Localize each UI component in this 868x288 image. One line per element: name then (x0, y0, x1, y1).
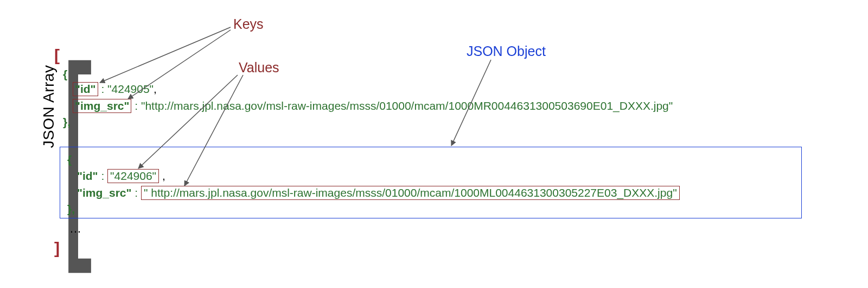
obj2-open-brace: { (67, 153, 72, 166)
obj2-img-val: " http://mars.jpl.nasa.gov/msl-raw-image… (141, 186, 680, 200)
anno-keys: Keys (233, 16, 264, 32)
obj1-id-line: "id" : "424905", (73, 83, 157, 96)
comma-1a: , (154, 83, 157, 95)
obj2-id-key: "id" (77, 170, 98, 182)
diagram-stage: JSON Array [ Keys Values JSON Object [ {… (0, 0, 868, 288)
inner-open-bracket: [ (54, 46, 60, 65)
obj1-open-brace: { (63, 68, 67, 81)
brace-close-1: }, (63, 116, 71, 128)
obj1-img-val: "http://mars.jpl.nasa.gov/msl-raw-images… (141, 99, 673, 112)
obj1-id-key: "id" (73, 82, 98, 96)
obj2-img-key: "img_src" (77, 186, 131, 199)
obj2-id-val: "424906" (107, 169, 159, 183)
obj1-img-key: "img_src" (73, 99, 131, 113)
colon-1a: : (98, 83, 108, 95)
arrow-keys-1 (100, 27, 231, 83)
obj2-close-brace: }, (67, 203, 75, 216)
brace-close-2: }, (67, 203, 75, 215)
ellipsis: … (69, 222, 81, 236)
inner-close-bracket: ] (54, 239, 60, 258)
obj2-id-line: "id" : "424906" , (77, 170, 165, 183)
colon-2b: : (131, 186, 141, 199)
anno-values: Values (239, 60, 279, 76)
obj2-img-line: "img_src" : " http://mars.jpl.nasa.gov/m… (77, 186, 680, 199)
json-object-box (60, 147, 802, 218)
brace-open-1: { (63, 68, 67, 80)
obj1-id-val: "424905" (107, 83, 154, 95)
obj1-img-line: "img_src" : "http://mars.jpl.nasa.gov/ms… (73, 99, 673, 112)
colon-1b: : (131, 99, 141, 112)
arrow-overlay (0, 0, 868, 288)
colon-2a: : (98, 170, 108, 182)
brace-open-2: { (67, 153, 72, 166)
comma-2a: , (162, 170, 165, 182)
obj1-close-brace: }, (63, 116, 71, 129)
anno-json-object: JSON Object (467, 43, 546, 59)
